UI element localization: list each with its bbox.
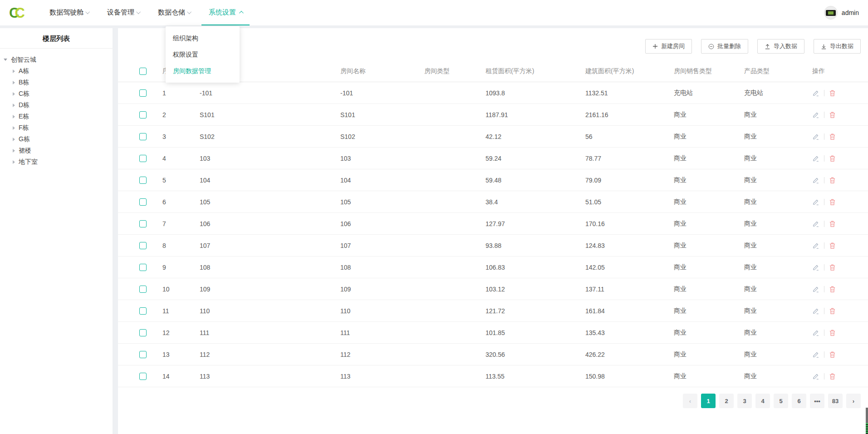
delete-icon[interactable]: [829, 89, 836, 97]
cell-room-name: -101: [340, 89, 424, 97]
delete-icon[interactable]: [829, 351, 836, 358]
delete-icon[interactable]: [829, 329, 836, 336]
tree-node[interactable]: F栋: [0, 122, 113, 133]
new-room-button[interactable]: 新建房间: [645, 39, 692, 54]
page-button-label: ›: [853, 398, 854, 404]
main-menu: 数据驾驶舱 设备管理 数据仓储 系统设置: [41, 0, 251, 25]
row-checkbox[interactable]: [139, 373, 147, 380]
edit-icon[interactable]: [812, 307, 819, 315]
cell-build-area: 51.05: [585, 198, 674, 206]
chevron-down-icon: [187, 10, 191, 14]
edit-icon[interactable]: [812, 264, 819, 271]
row-checkbox[interactable]: [139, 220, 147, 227]
edit-icon[interactable]: [812, 329, 819, 336]
edit-icon[interactable]: [812, 351, 819, 358]
cell-rent-area: 103.12: [485, 286, 585, 293]
dropdown-menu-item[interactable]: 权限设置: [166, 46, 240, 63]
nav-menu-item[interactable]: 数据驾驶舱: [42, 0, 97, 25]
tree-node[interactable]: B栋: [0, 77, 113, 88]
row-checkbox[interactable]: [139, 242, 147, 249]
select-all-checkbox[interactable]: [139, 68, 147, 75]
cell-build-area: 161.84: [585, 307, 674, 315]
edit-icon[interactable]: [812, 111, 819, 118]
tree-node[interactable]: E栋: [0, 111, 113, 122]
edit-icon[interactable]: [812, 177, 819, 184]
row-checkbox[interactable]: [139, 307, 147, 315]
delete-icon[interactable]: [829, 264, 836, 271]
edit-icon[interactable]: [812, 155, 819, 162]
cell-operations: [812, 89, 868, 97]
delete-icon[interactable]: [829, 373, 836, 380]
batch-delete-button-label: 批量删除: [717, 42, 741, 50]
operation-divider: [824, 351, 824, 358]
edit-icon[interactable]: [812, 242, 819, 249]
row-checkbox[interactable]: [139, 286, 147, 293]
batch-delete-button[interactable]: 批量删除: [701, 39, 748, 54]
row-checkbox[interactable]: [139, 264, 147, 271]
page-button[interactable]: ›: [846, 394, 861, 408]
tree-node[interactable]: C栋: [0, 88, 113, 99]
nav-menu-item[interactable]: 数据仓储: [151, 0, 199, 25]
page-button-label: 83: [832, 398, 839, 404]
edit-icon[interactable]: [812, 133, 819, 140]
delete-icon[interactable]: [829, 242, 836, 249]
room-data-panel: 新建房间 批量删除 导入数据 导出数据 序号 房间名称 房间类型 租赁面积(平方…: [118, 28, 868, 434]
tree-collapse-icon: [13, 138, 15, 141]
edit-icon[interactable]: [812, 286, 819, 293]
app-logo[interactable]: C C: [9, 6, 33, 20]
nav-menu-item-label: 设备管理: [107, 8, 134, 17]
delete-icon[interactable]: [829, 177, 836, 184]
page-button[interactable]: 4: [755, 394, 770, 408]
tree-node[interactable]: 裙楼: [0, 145, 113, 156]
edit-icon[interactable]: [812, 198, 819, 206]
edit-icon[interactable]: [812, 373, 819, 380]
import-data-button[interactable]: 导入数据: [757, 39, 804, 54]
scrollbar-fragment[interactable]: [866, 408, 868, 434]
row-checkbox[interactable]: [139, 133, 147, 140]
username: admin: [842, 9, 859, 16]
page-button[interactable]: 1: [701, 394, 716, 408]
delete-icon[interactable]: [829, 111, 836, 118]
cell-room-name: 106: [340, 220, 424, 227]
page-button[interactable]: ‹: [683, 394, 697, 408]
cell-room-code: 104: [200, 177, 340, 184]
delete-icon[interactable]: [829, 198, 836, 206]
page-button[interactable]: •••: [810, 394, 824, 408]
export-data-button[interactable]: 导出数据: [814, 39, 861, 54]
tree-root-node[interactable]: 创智云城: [0, 54, 113, 65]
edit-icon[interactable]: [812, 89, 819, 97]
edit-icon[interactable]: [812, 220, 819, 227]
page-button[interactable]: 83: [828, 394, 843, 408]
dropdown-menu-item[interactable]: 房间数据管理: [166, 63, 240, 79]
cell-room-code: 109: [200, 286, 340, 293]
cell-sale-type: 商业: [674, 307, 744, 315]
user-menu[interactable]: admin: [824, 6, 859, 20]
row-checkbox[interactable]: [139, 329, 147, 336]
page-button[interactable]: 2: [719, 394, 734, 408]
cell-build-area: 79.09: [585, 177, 674, 184]
nav-menu-item[interactable]: 系统设置: [201, 0, 250, 25]
row-checkbox[interactable]: [139, 177, 147, 184]
delete-icon[interactable]: [829, 286, 836, 293]
row-checkbox[interactable]: [139, 111, 147, 118]
tree-node[interactable]: 地下室: [0, 156, 113, 168]
tree-node[interactable]: G栋: [0, 133, 113, 145]
cell-rent-area: 106.83: [485, 264, 585, 271]
tree-node-label: G栋: [19, 135, 30, 143]
row-checkbox[interactable]: [139, 198, 147, 206]
cell-sale-type: 商业: [674, 176, 744, 184]
tree-node[interactable]: D栋: [0, 99, 113, 111]
row-checkbox[interactable]: [139, 155, 147, 162]
page-button[interactable]: 6: [792, 394, 806, 408]
row-checkbox[interactable]: [139, 89, 147, 97]
delete-icon[interactable]: [829, 220, 836, 227]
nav-menu-item[interactable]: 设备管理: [100, 0, 148, 25]
delete-icon[interactable]: [829, 155, 836, 162]
delete-icon[interactable]: [829, 307, 836, 315]
delete-icon[interactable]: [829, 133, 836, 140]
tree-node[interactable]: A栋: [0, 65, 113, 77]
page-button[interactable]: 3: [737, 394, 752, 408]
dropdown-menu-item[interactable]: 组织架构: [166, 30, 240, 46]
row-checkbox[interactable]: [139, 351, 147, 358]
page-button[interactable]: 5: [774, 394, 788, 408]
